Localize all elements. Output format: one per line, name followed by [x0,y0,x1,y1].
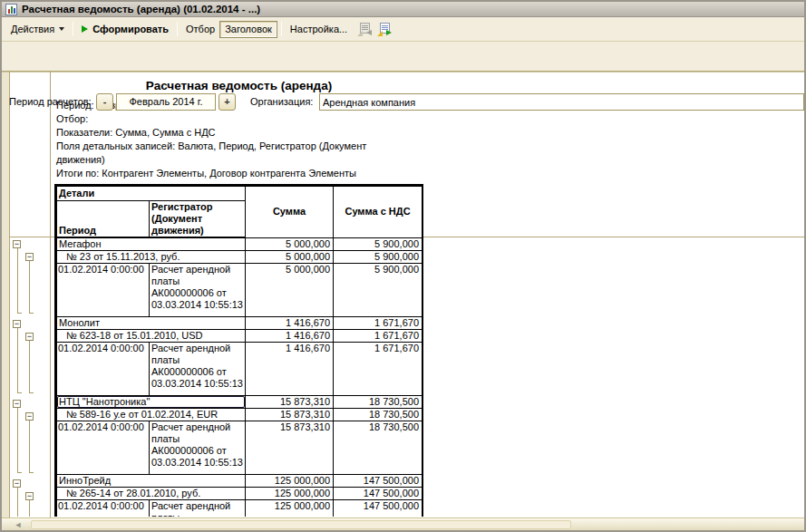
contractor-name-cell[interactable]: ИнноТрейд [57,475,246,488]
sum-cell[interactable]: 15 873,310 [246,421,334,475]
generate-button[interactable]: Сформировать [77,21,173,38]
tree-line [29,500,30,517]
header-toggle-label: Заголовок [225,24,272,34]
sum-vat-cell[interactable]: 1 671,670 [334,317,422,330]
organization-input[interactable] [319,93,804,111]
left-margin [2,72,9,517]
registrar-cell[interactable]: Расчет арендной платы АК000000006 от 03.… [150,343,246,396]
sum-cell[interactable]: 125 000,000 [246,488,334,500]
sum-cell[interactable]: 15 873,310 [246,396,334,409]
sum-cell[interactable]: 1 416,670 [246,330,334,343]
collapse-button[interactable]: − [13,320,21,328]
meta-line: Отбор: [56,112,366,126]
registrar-header-cell[interactable]: Регистратор (Документ движения) [150,201,246,238]
window-titlebar[interactable]: Расчетная ведомость (аренда) (01.02.2014… [2,2,804,17]
sum-cell[interactable]: 5 000,000 [246,264,334,317]
sum-vat-cell[interactable]: 5 900,000 [334,251,422,264]
period-minus-button[interactable]: - [96,93,113,111]
sum-vat-cell[interactable]: 147 500,000 [334,475,422,488]
contractor-name-cell-selected[interactable]: НТЦ "Нанотроника" [57,396,246,409]
header-toggle-button[interactable]: Заголовок [219,21,277,38]
contract-row: № 265-14 от 28.01.2010, руб. 125 000,000… [57,488,422,500]
contractor-name-cell[interactable]: Монолит [57,317,246,330]
detail-row: 01.02.2014 0:00:00 Расчет арендной платы… [57,264,422,317]
registrar-cell[interactable]: Расчет арендной платы АК000000006 от 03.… [150,500,246,517]
collapse-button[interactable]: − [25,492,34,500]
meta-line: Итоги по: Контрагент Элементы, Договор к… [56,167,366,180]
period-cell[interactable]: 01.02.2014 0:00:00 [57,343,150,396]
meta-line: Поля детальных записей: Валюта, Период, … [56,140,366,153]
contract-row: № 589-16 у.е от 01.02.2014, EUR 15 873,3… [57,409,422,421]
sum-vat-cell[interactable]: 1 671,670 [334,330,422,343]
restore-values-icon[interactable] [357,23,372,36]
horizontal-scrollbar[interactable]: ◄ [2,517,804,530]
period-label: Период расчетов: [9,93,92,111]
meta-line: Показатели: Сумма, Сумма с НДС [56,126,366,140]
save-values-icon[interactable] [377,23,392,36]
collapse-button[interactable]: − [13,479,21,488]
table-header-row: Детали Сумма Сумма с НДС [57,187,422,201]
sum-vat-cell[interactable]: 18 730,500 [334,421,422,475]
collapse-button[interactable]: − [13,400,21,408]
filter-panel: Период расчетов: - Февраль 2014 г. + Орг… [2,42,804,72]
group-row: ИнноТрейд 125 000,000 147 500,000 [57,475,422,488]
tree-line [29,341,30,392]
period-cell[interactable]: 01.02.2014 0:00:00 [57,500,150,517]
sum-cell[interactable]: 125 000,000 [246,475,334,488]
actions-menu-label: Действия [11,24,54,34]
registrar-cell[interactable]: Расчет арендной платы АК000000006 от 03.… [150,421,246,475]
sum-cell[interactable]: 5 000,000 [246,251,334,264]
scrollbar-thumb[interactable] [31,520,571,529]
tree-line [29,313,34,314]
period-plus-button[interactable]: + [218,93,236,111]
tree-line [29,392,34,393]
filter-button[interactable]: Отбор [181,21,219,38]
tree-line [17,313,22,314]
collapse-button[interactable]: − [25,412,34,421]
settings-button[interactable]: Настройка... [286,21,352,38]
collapse-button[interactable]: − [13,240,21,248]
contract-name-cell[interactable]: № 23 от 15.11.2013, руб. [57,251,246,264]
sum-vat-cell[interactable]: 5 900,000 [334,264,422,317]
period-cell[interactable]: 01.02.2014 0:00:00 [57,421,150,475]
filter-label: Отбор [186,24,215,34]
period-cell[interactable]: 01.02.2014 0:00:00 [57,264,150,317]
window-title: Расчетная ведомость (аренда) (01.02.2014… [22,4,260,15]
sum-vat-cell[interactable]: 5 900,000 [334,237,422,251]
sum-vat-cell[interactable]: 18 730,500 [334,409,422,421]
sum-cell[interactable]: 15 873,310 [246,409,334,421]
sum-cell[interactable]: 1 416,670 [246,317,334,330]
detail-row: 01.02.2014 0:00:00 Расчет арендной платы… [57,343,422,396]
toolbar: Действия Сформировать Отбор Заголовок На… [2,17,804,42]
collapse-button[interactable]: − [25,253,34,261]
sum-cell[interactable]: 125 000,000 [246,500,334,517]
collapse-button[interactable]: − [25,333,34,341]
contract-name-cell[interactable]: № 623-18 от 15.01.2010, USD [57,330,246,343]
sum-vat-cell[interactable]: 147 500,000 [334,500,422,517]
sum-cell[interactable]: 1 416,670 [246,343,334,396]
details-header-cell[interactable]: Детали [57,187,246,201]
contract-name-cell[interactable]: № 589-16 у.е от 01.02.2014, EUR [57,409,246,421]
period-header-cell[interactable]: Период [57,201,150,238]
sum-vat-cell[interactable]: 1 671,670 [334,343,422,396]
sum-vat-cell[interactable]: 18 730,500 [334,396,422,409]
sum-vat-cell[interactable]: 147 500,000 [334,488,422,500]
contractor-name-cell[interactable]: Мегафон [57,237,246,251]
period-field[interactable]: Февраль 2014 г. [116,93,216,111]
tree-line [17,248,18,313]
registrar-cell[interactable]: Расчет арендной платы АК000000006 от 03.… [150,264,246,317]
group-panel-divider [50,72,51,517]
group-row: Мегафон 5 000,000 5 900,000 [57,237,422,251]
actions-menu-button[interactable]: Действия [6,21,69,38]
contract-row: № 623-18 от 15.01.2010, USD 1 416,670 1 … [57,330,422,343]
sum-cell[interactable]: 5 000,000 [246,237,334,251]
tree-line [17,328,18,392]
detail-row: 01.02.2014 0:00:00 Расчет арендной платы… [57,421,422,475]
sum-header-cell[interactable]: Сумма [246,187,334,238]
settings-label: Настройка... [290,24,347,34]
report-title: Расчетная ведомость (аренда) [54,79,423,92]
sum-vat-header-cell[interactable]: Сумма с НДС [334,187,422,238]
contract-name-cell[interactable]: № 265-14 от 28.01.2010, руб. [57,488,246,500]
arrow-left-icon[interactable]: ◄ [9,519,27,530]
group-panel-left-border [9,72,10,517]
